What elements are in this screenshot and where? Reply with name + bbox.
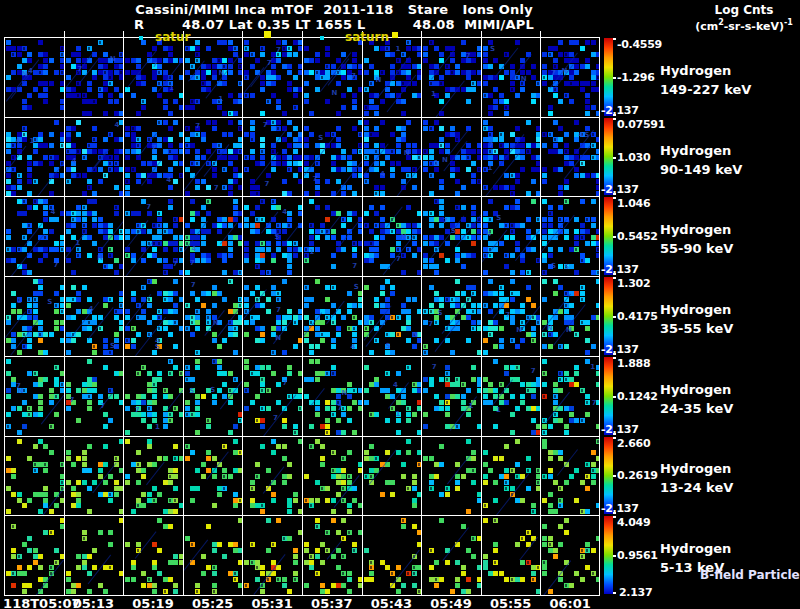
colorbar-tick <box>613 316 616 318</box>
heatmap-cell <box>380 285 385 290</box>
heatmap-cell <box>233 332 238 337</box>
cell-glyph-mark <box>272 351 274 354</box>
heatmap-cell <box>493 137 498 142</box>
heatmap-cell <box>564 583 569 588</box>
cell-glyph-mark <box>223 475 225 478</box>
cell-glyph-mark <box>581 162 583 165</box>
heatmap-cell <box>250 64 255 69</box>
cell-glyph-mark <box>207 321 209 324</box>
heatmap-cell <box>331 406 336 411</box>
heatmap-cell <box>483 223 488 228</box>
heatmap-cell <box>49 424 54 429</box>
heatmap-cell <box>287 498 292 503</box>
heatmap-cell <box>520 394 525 399</box>
heatmap-cell <box>233 235 238 240</box>
heatmap-cell <box>380 46 385 51</box>
cell-glyph-mark <box>191 543 193 546</box>
heatmap-cell <box>152 462 157 467</box>
cell-glyph-mark <box>55 395 57 398</box>
cell-glyph-mark <box>261 200 263 203</box>
heatmap-cell <box>293 126 298 131</box>
cell-glyph-mark <box>109 156 111 159</box>
heatmap-cell <box>54 503 59 508</box>
heatmap-cell <box>347 571 352 576</box>
panel-sector: N1 <box>64 197 124 276</box>
heatmap-cell <box>141 583 146 588</box>
heatmap-cell <box>390 149 395 154</box>
cell-glyph-mark <box>256 475 258 478</box>
heatmap-cell <box>352 315 357 320</box>
heatmap-cell <box>526 285 531 290</box>
cell-glyph-mark <box>586 218 588 221</box>
heatmap-cell <box>585 400 590 405</box>
heatmap-cell <box>276 120 281 125</box>
cell-glyph-mark <box>430 162 432 165</box>
cell-glyph-mark <box>169 150 171 153</box>
cell-glyph-mark <box>261 389 263 392</box>
heatmap-cell <box>374 377 379 382</box>
channel-label: Hydrogen35-55 keV <box>660 300 733 338</box>
heatmap-cell <box>147 371 152 376</box>
heatmap-cell <box>574 229 579 234</box>
heatmap-cell <box>531 143 536 148</box>
heatmap-cell <box>38 394 43 399</box>
cell-glyph-mark <box>559 372 561 375</box>
heatmap-cell <box>369 412 374 417</box>
heatmap-cell <box>309 223 314 228</box>
panel-sector: S4 <box>302 277 362 356</box>
panel-sector: 47 <box>183 197 243 276</box>
heatmap-cell <box>103 64 108 69</box>
heatmap-cell <box>82 565 87 570</box>
heatmap-cell <box>499 75 504 80</box>
heatmap-cell <box>293 149 298 154</box>
heatmap-cell <box>33 444 38 449</box>
energy-range-label: 13-24 keV <box>660 478 733 497</box>
heatmap-cell <box>309 424 314 429</box>
heatmap-cell <box>471 285 476 290</box>
heatmap-cell <box>38 199 43 204</box>
heatmap-cell <box>163 524 168 529</box>
panel-sector: 77 <box>242 118 302 197</box>
heatmap-cell <box>17 52 22 57</box>
heatmap-cell <box>580 320 585 325</box>
heatmap-cell <box>591 199 596 204</box>
heatmap-cell <box>325 486 330 491</box>
heatmap-cell <box>33 205 38 210</box>
heatmap-cell <box>131 143 136 148</box>
cell-glyph-mark <box>234 327 236 330</box>
heatmap-cell <box>406 229 411 234</box>
heatmap-cell <box>66 93 71 98</box>
heatmap-cell <box>141 229 146 234</box>
heatmap-cell <box>163 388 168 393</box>
heatmap-cell <box>471 229 476 234</box>
heatmap-cell <box>38 338 43 343</box>
field-annotation-glyph: 1 <box>75 240 80 247</box>
heatmap-cell <box>87 571 92 576</box>
heatmap-cell <box>352 388 357 393</box>
heatmap-cell <box>244 52 249 57</box>
heatmap-cell <box>244 93 249 98</box>
cell-glyph-mark <box>511 174 513 177</box>
colorbar-tick <box>613 118 616 120</box>
heatmap-cell <box>493 359 498 364</box>
heatmap-cell <box>260 503 265 508</box>
heatmap-cell <box>195 211 200 216</box>
field-annotation-glyph: N <box>376 77 382 84</box>
heatmap-cell <box>190 542 195 547</box>
heatmap-cell <box>136 173 141 178</box>
heatmap-cell <box>136 394 141 399</box>
cell-glyph-mark <box>592 144 594 147</box>
heatmap-cell <box>212 474 217 479</box>
cell-glyph-mark <box>397 59 399 62</box>
heatmap-cell <box>380 235 385 240</box>
heatmap-cell <box>276 444 281 449</box>
cell-glyph-mark <box>72 218 74 221</box>
heatmap-cell <box>385 565 390 570</box>
heatmap-cell <box>510 185 515 190</box>
heatmap-cell <box>255 418 260 423</box>
heatmap-cell <box>574 241 579 246</box>
field-annotation-glyph: S <box>584 132 589 139</box>
heatmap-cell <box>412 382 417 387</box>
cell-glyph-mark <box>61 463 63 466</box>
heatmap-cell <box>471 205 476 210</box>
